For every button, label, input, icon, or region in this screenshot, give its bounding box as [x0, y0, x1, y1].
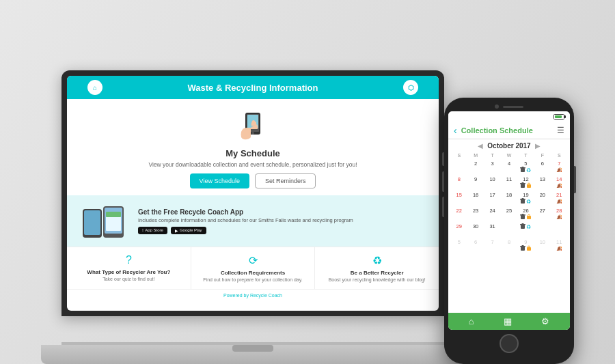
calendar-cell[interactable]: 10	[484, 175, 500, 190]
calendar-cell[interactable]: 30	[467, 222, 483, 237]
next-month-icon[interactable]: ▶	[535, 142, 541, 150]
calendar-header: ‹ Collection Schedule ☰	[448, 122, 570, 139]
calendar-cell[interactable]	[551, 222, 567, 237]
calendar-cell[interactable]: 17	[484, 191, 500, 206]
calendar-cell[interactable]: 18	[501, 191, 517, 206]
apple-icon: 	[142, 228, 144, 232]
calendar-cell[interactable]: 23	[467, 206, 483, 221]
feature-quiz[interactable]: ? What Type of Recycler Are You? Take ou…	[67, 247, 191, 289]
calendar-cell-icon-recycle: ♻	[526, 223, 532, 229]
phone-bottom-bar: ⌂ ▦ ⚙	[448, 313, 570, 330]
phone-camera	[495, 104, 499, 109]
svg-rect-17	[521, 182, 523, 184]
calendar-cell[interactable]: 9	[518, 238, 534, 253]
calendar-cell[interactable]: 5	[451, 238, 467, 253]
calendar-cell[interactable]: 24	[484, 206, 500, 221]
schedule-section: My Schedule View your downloadable colle…	[67, 99, 439, 195]
prev-month-icon[interactable]: ◀	[478, 142, 483, 150]
promo-desc: Includes complete information and schedu…	[138, 217, 353, 223]
calendar-cell[interactable]: 22	[451, 206, 467, 221]
phone-vol-up-button[interactable]	[442, 171, 444, 192]
svg-rect-22	[521, 198, 523, 199]
share-icon[interactable]: ⬡	[403, 80, 418, 95]
calendar-cell[interactable]: 8	[501, 238, 517, 253]
svg-rect-25	[521, 215, 525, 219]
feature-requirements[interactable]: ⟳ Collection Requirements Find out how t…	[191, 247, 316, 289]
calendar-cell[interactable]: 20	[534, 191, 550, 206]
svg-text:♻: ♻	[526, 167, 531, 172]
play-icon: ▶	[175, 228, 178, 233]
calendar-cell[interactable]: 13	[534, 175, 550, 190]
svg-rect-37	[527, 247, 531, 251]
footer-link[interactable]: Recycle Coach	[250, 293, 282, 298]
home-tab-icon[interactable]: ⌂	[469, 316, 474, 326]
set-reminders-button[interactable]: Set Reminders	[255, 173, 316, 188]
calendar-cell[interactable]: 5♻	[518, 159, 534, 174]
back-icon[interactable]: ⌂	[87, 80, 102, 95]
svg-rect-12	[521, 167, 523, 168]
calendar-cell[interactable]	[534, 222, 550, 237]
calendar-cell[interactable]: 4	[501, 159, 517, 174]
calendar-cell[interactable]: 2	[467, 159, 483, 174]
day-header-wed: W	[501, 152, 517, 158]
calendar-cell[interactable]	[501, 222, 517, 237]
calendar-cell[interactable]: 11	[501, 175, 517, 190]
view-schedule-button[interactable]: View Schedule	[190, 173, 249, 188]
calendar-cell-icon-leaf: 🍂	[556, 214, 562, 220]
svg-text:🍂: 🍂	[556, 245, 562, 251]
calendar-tab-icon[interactable]: ▦	[504, 316, 512, 326]
phone-home-button[interactable]	[500, 334, 519, 353]
svg-text:🍂: 🍂	[556, 182, 562, 188]
menu-icon[interactable]: ☰	[557, 126, 564, 135]
calendar-cell[interactable]: ♻	[518, 222, 534, 237]
back-arrow-icon[interactable]: ‹	[454, 125, 457, 136]
calendar-cell[interactable]: 9	[467, 175, 483, 190]
calendar-cell[interactable]: 11🍂	[551, 238, 567, 253]
calendar-cell[interactable]: 26	[518, 206, 534, 221]
calendar-cell[interactable]: 8	[451, 175, 467, 190]
calendar-cell[interactable]: 25	[501, 206, 517, 221]
calendar-cell[interactable]: 16	[467, 191, 483, 206]
calendar-cell[interactable]: 6	[534, 159, 550, 174]
phone-mute-button[interactable]	[442, 152, 444, 166]
calendar-cell[interactable]: 15	[451, 191, 467, 206]
calendar-cell-icon-leaf: 🍂	[556, 167, 562, 173]
calendar-cell[interactable]: 28🍂	[551, 206, 567, 221]
phone-status-bar	[448, 111, 570, 122]
calendar-cell[interactable]: 27	[534, 206, 550, 221]
calendar-month-label: October 2017	[487, 142, 530, 150]
feature-rec-title: Be a Better Recycler	[351, 270, 404, 276]
calendar-cell[interactable]: 7🍂	[551, 159, 567, 174]
calendar-cell[interactable]: 21🍂	[551, 191, 567, 206]
app-store-badge[interactable]:  App Store	[138, 227, 167, 234]
laptop-screen: ⌂ Waste & Recycling Information ⬡	[62, 70, 444, 316]
calendar-cell[interactable]: 14🍂	[551, 175, 567, 190]
calendar-cell[interactable]: 31	[484, 222, 500, 237]
svg-rect-32	[521, 223, 523, 225]
phone-vol-down-button[interactable]	[442, 197, 444, 217]
svg-text:🍂: 🍂	[556, 214, 562, 219]
calendar-cell[interactable]: 3	[484, 159, 500, 174]
google-play-badge[interactable]: ▶ Google Play	[171, 227, 206, 234]
feature-req-desc: Find out how to prepare for your collect…	[203, 277, 302, 282]
calendar-cell[interactable]: 6	[467, 238, 483, 253]
promo-title: Get the Free Recycle Coach App	[138, 208, 353, 216]
svg-text:🍂: 🍂	[556, 167, 562, 172]
feature-quiz-desc: Take our quiz to find out!	[102, 277, 154, 281]
calendar-cell[interactable]: 29	[451, 222, 467, 237]
calendar-cell[interactable]	[451, 159, 467, 174]
calendar-cell[interactable]: 10	[534, 238, 550, 253]
svg-rect-5	[84, 210, 100, 235]
calendar-cell[interactable]: 19♻	[518, 191, 534, 206]
quiz-icon: ?	[126, 254, 132, 266]
feature-recycler[interactable]: ♻ Be a Better Recycler Boost your recycl…	[315, 247, 439, 289]
phone-power-button[interactable]	[574, 166, 576, 193]
calendar-cell-icon-bin	[520, 167, 525, 173]
calendar-cell-icon-leaf: 🍂	[556, 245, 562, 251]
calendar-cell[interactable]: 12	[518, 175, 534, 190]
day-header-thu: T	[518, 152, 534, 158]
calendar-cell[interactable]: 7	[484, 238, 500, 253]
settings-tab-icon[interactable]: ⚙	[541, 316, 549, 326]
laptop-base	[41, 345, 465, 364]
calendar-month-row: ◀ October 2017 ▶	[451, 142, 567, 150]
